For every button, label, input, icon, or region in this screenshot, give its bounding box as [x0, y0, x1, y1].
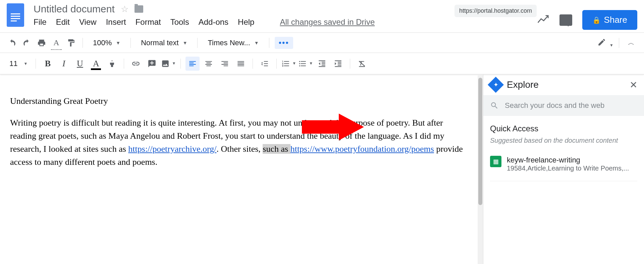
- quick-access-subtitle: Suggested based on the document content: [490, 137, 637, 144]
- zoom-select[interactable]: 100%▼: [88, 39, 125, 47]
- comments-icon[interactable]: [559, 14, 572, 26]
- highlight-button[interactable]: [105, 57, 119, 71]
- scrollbar-thumb[interactable]: [478, 78, 482, 205]
- menu-format[interactable]: Format: [136, 17, 161, 27]
- share-label: Share: [604, 15, 627, 25]
- link-poetryarchive[interactable]: https://poetryarchive.org/: [128, 144, 216, 154]
- decrease-indent-button[interactable]: [315, 57, 329, 71]
- document-heading: Understanding Great Poetry: [10, 94, 468, 108]
- paint-format-button[interactable]: [65, 37, 77, 49]
- menu-file[interactable]: File: [34, 17, 47, 27]
- bulleted-list-button[interactable]: ▼: [298, 57, 313, 71]
- align-right-button[interactable]: [218, 57, 232, 71]
- more-tools-button[interactable]: •••: [275, 37, 293, 49]
- explore-icon: ✦: [488, 77, 504, 93]
- undo-button[interactable]: [6, 37, 18, 49]
- link-poetryfoundation[interactable]: https://www.poetryfoundation.org/poems: [290, 144, 434, 154]
- numbered-list-button[interactable]: ▼: [281, 57, 296, 71]
- selected-text: such as: [263, 144, 290, 154]
- quick-access-title: Quick Access: [490, 124, 637, 133]
- spellcheck-button[interactable]: A: [50, 37, 62, 49]
- svg-line-0: [359, 61, 365, 66]
- increase-indent-button[interactable]: [331, 57, 345, 71]
- bold-button[interactable]: B: [41, 57, 55, 71]
- redo-button[interactable]: [21, 37, 33, 49]
- docs-app-icon[interactable]: [7, 3, 24, 27]
- qa-item-detail: 19584,Article,Learning to Write Poems,..…: [507, 164, 637, 172]
- document-paragraph: Writing poetry is difficult but reading …: [10, 116, 468, 169]
- activity-icon[interactable]: [537, 13, 549, 27]
- explore-search[interactable]: [483, 95, 644, 116]
- insert-link-button[interactable]: [129, 57, 143, 71]
- italic-button[interactable]: I: [57, 57, 71, 71]
- document-title[interactable]: Untitled document: [34, 3, 115, 15]
- align-left-button[interactable]: [185, 57, 200, 71]
- save-status[interactable]: All changes saved in Drive: [280, 17, 375, 27]
- document-canvas[interactable]: Understanding Great Poetry Writing poetr…: [0, 74, 478, 264]
- collapse-toolbar-button[interactable]: ︿: [625, 38, 638, 47]
- align-center-button[interactable]: [202, 57, 216, 71]
- menu-insert[interactable]: Insert: [106, 17, 126, 27]
- explore-title: Explore: [507, 79, 624, 90]
- underline-button[interactable]: U: [73, 57, 87, 71]
- vertical-scrollbar[interactable]: [478, 74, 483, 264]
- menu-view[interactable]: View: [79, 17, 97, 27]
- quick-access-item[interactable]: ▦ keyw-freelance-writing 19584,Article,L…: [490, 154, 637, 174]
- share-button[interactable]: 🔒 Share: [582, 10, 637, 30]
- menu-addons[interactable]: Add-ons: [199, 17, 228, 27]
- clear-formatting-button[interactable]: [355, 57, 369, 71]
- star-icon[interactable]: ☆: [121, 4, 128, 14]
- move-folder-icon[interactable]: [135, 5, 143, 13]
- explore-panel: ✦ Explore ✕ Quick Access Suggested based…: [483, 74, 644, 264]
- editing-mode-button[interactable]: ▼: [597, 38, 613, 48]
- close-icon[interactable]: ✕: [630, 79, 637, 90]
- font-select[interactable]: Times New...▼: [203, 39, 263, 47]
- insert-image-button[interactable]: ▼: [161, 57, 176, 71]
- align-justify-button[interactable]: [234, 57, 248, 71]
- menu-edit[interactable]: Edit: [56, 17, 70, 27]
- line-spacing-button[interactable]: [258, 57, 272, 71]
- url-tooltip: https://portal.hostgator.com: [454, 5, 537, 17]
- lock-icon: 🔒: [592, 16, 601, 24]
- print-button[interactable]: [36, 37, 48, 49]
- sheets-icon: ▦: [490, 156, 501, 167]
- style-select[interactable]: Normal text▼: [136, 39, 192, 47]
- font-size-select[interactable]: 11 ▼: [6, 59, 31, 68]
- add-comment-button[interactable]: [145, 57, 159, 71]
- menu-help[interactable]: Help: [238, 17, 254, 27]
- search-icon: [490, 101, 499, 110]
- menu-tools[interactable]: Tools: [170, 17, 189, 27]
- text-color-button[interactable]: A: [89, 57, 103, 71]
- qa-item-name: keyw-freelance-writing: [507, 156, 637, 164]
- explore-search-input[interactable]: [505, 101, 637, 110]
